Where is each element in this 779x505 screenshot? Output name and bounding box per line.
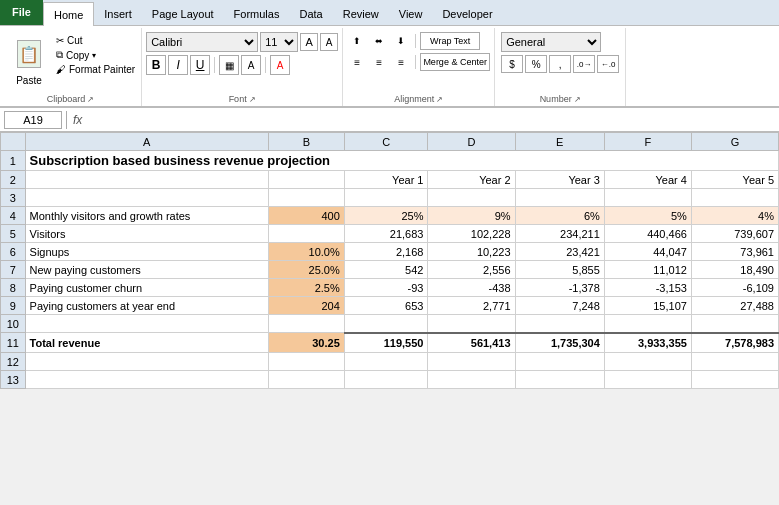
- name-box[interactable]: [4, 111, 62, 129]
- cell-A7[interactable]: New paying customers: [25, 261, 268, 279]
- cell-G11[interactable]: 7,578,983: [691, 333, 778, 353]
- cell-F2[interactable]: Year 4: [604, 171, 691, 189]
- cell-F4[interactable]: 5%: [604, 207, 691, 225]
- cell-C10[interactable]: [344, 315, 428, 333]
- underline-button[interactable]: U: [190, 55, 210, 75]
- cell-B5[interactable]: [268, 225, 344, 243]
- cell-G6[interactable]: 73,961: [691, 243, 778, 261]
- number-format-select[interactable]: General: [501, 32, 601, 52]
- cell-D9[interactable]: 2,771: [428, 297, 515, 315]
- row-header[interactable]: 8: [1, 279, 26, 297]
- cell-F7[interactable]: 11,012: [604, 261, 691, 279]
- cell-E5[interactable]: 234,211: [515, 225, 604, 243]
- cell-E2[interactable]: Year 3: [515, 171, 604, 189]
- cell-A11[interactable]: Total revenue: [25, 333, 268, 353]
- cell-A3[interactable]: [25, 189, 268, 207]
- tab-file[interactable]: File: [0, 0, 43, 25]
- row-header[interactable]: 9: [1, 297, 26, 315]
- currency-button[interactable]: $: [501, 55, 523, 73]
- tab-review[interactable]: Review: [333, 3, 389, 25]
- row-header[interactable]: 5: [1, 225, 26, 243]
- paste-button[interactable]: 📋 Paste: [4, 30, 54, 94]
- cut-button[interactable]: ✂ Cut: [54, 34, 137, 47]
- cell-E8[interactable]: -1,378: [515, 279, 604, 297]
- cell-A12[interactable]: [25, 353, 268, 371]
- cell-E9[interactable]: 7,248: [515, 297, 604, 315]
- row-header[interactable]: 12: [1, 353, 26, 371]
- align-bot-button[interactable]: ⬇: [391, 32, 411, 50]
- cell-F5[interactable]: 440,466: [604, 225, 691, 243]
- cell-D7[interactable]: 2,556: [428, 261, 515, 279]
- alignment-expand-icon[interactable]: ↗: [436, 95, 443, 104]
- col-header-A[interactable]: A: [25, 133, 268, 151]
- cell-C6[interactable]: 2,168: [344, 243, 428, 261]
- clipboard-expand-icon[interactable]: ↗: [87, 95, 94, 104]
- cell-E12[interactable]: [515, 353, 604, 371]
- cell-E3[interactable]: [515, 189, 604, 207]
- cell-B10[interactable]: [268, 315, 344, 333]
- cell-C4[interactable]: 25%: [344, 207, 428, 225]
- copy-button[interactable]: ⧉ Copy ▾: [54, 48, 137, 62]
- tab-formulas[interactable]: Formulas: [224, 3, 290, 25]
- col-header-E[interactable]: E: [515, 133, 604, 151]
- cell-F6[interactable]: 44,047: [604, 243, 691, 261]
- border-button[interactable]: ▦: [219, 55, 239, 75]
- cell-E13[interactable]: [515, 371, 604, 389]
- cell-G9[interactable]: 27,488: [691, 297, 778, 315]
- cell-G10[interactable]: [691, 315, 778, 333]
- cell-B11[interactable]: 30.25: [268, 333, 344, 353]
- tab-developer[interactable]: Developer: [432, 3, 502, 25]
- cell-B6[interactable]: 10.0%: [268, 243, 344, 261]
- cell-G4[interactable]: 4%: [691, 207, 778, 225]
- cell-B9[interactable]: 204: [268, 297, 344, 315]
- merge-center-button[interactable]: Merge & Center: [420, 53, 490, 71]
- row-header[interactable]: 6: [1, 243, 26, 261]
- comma-button[interactable]: ,: [549, 55, 571, 73]
- row-header[interactable]: 7: [1, 261, 26, 279]
- cell-D13[interactable]: [428, 371, 515, 389]
- cell-D2[interactable]: Year 2: [428, 171, 515, 189]
- cell-F10[interactable]: [604, 315, 691, 333]
- cell-F3[interactable]: [604, 189, 691, 207]
- col-header-D[interactable]: D: [428, 133, 515, 151]
- font-expand-icon[interactable]: ↗: [249, 95, 256, 104]
- cell-D3[interactable]: [428, 189, 515, 207]
- decrease-font-button[interactable]: A: [320, 33, 338, 51]
- percent-button[interactable]: %: [525, 55, 547, 73]
- row-header[interactable]: 1: [1, 151, 26, 171]
- italic-button[interactable]: I: [168, 55, 188, 75]
- cell-A8[interactable]: Paying customer churn: [25, 279, 268, 297]
- cell-C7[interactable]: 542: [344, 261, 428, 279]
- tab-page-layout[interactable]: Page Layout: [142, 3, 224, 25]
- fill-color-button[interactable]: A: [241, 55, 261, 75]
- align-mid-button[interactable]: ⬌: [369, 32, 389, 50]
- col-header-F[interactable]: F: [604, 133, 691, 151]
- tab-data[interactable]: Data: [289, 3, 332, 25]
- col-header-G[interactable]: G: [691, 133, 778, 151]
- formula-input[interactable]: [88, 111, 775, 129]
- wrap-text-button[interactable]: Wrap Text: [420, 32, 480, 50]
- tab-view[interactable]: View: [389, 3, 433, 25]
- cell-A13[interactable]: [25, 371, 268, 389]
- cell-C8[interactable]: -93: [344, 279, 428, 297]
- row-header[interactable]: 3: [1, 189, 26, 207]
- increase-decimal-button[interactable]: .0→: [573, 55, 595, 73]
- cell-D12[interactable]: [428, 353, 515, 371]
- right-align-button[interactable]: ≡: [391, 53, 411, 71]
- cell-G12[interactable]: [691, 353, 778, 371]
- cell-B8[interactable]: 2.5%: [268, 279, 344, 297]
- cell-G3[interactable]: [691, 189, 778, 207]
- cell-C3[interactable]: [344, 189, 428, 207]
- row-header[interactable]: 13: [1, 371, 26, 389]
- cell-D4[interactable]: 9%: [428, 207, 515, 225]
- bold-button[interactable]: B: [146, 55, 166, 75]
- cell-C9[interactable]: 653: [344, 297, 428, 315]
- cell-A4[interactable]: Monthly visitors and growth rates: [25, 207, 268, 225]
- cell-B7[interactable]: 25.0%: [268, 261, 344, 279]
- cell-A9[interactable]: Paying customers at year end: [25, 297, 268, 315]
- cell-B4[interactable]: 400: [268, 207, 344, 225]
- cell-A2[interactable]: [25, 171, 268, 189]
- cell-D11[interactable]: 561,413: [428, 333, 515, 353]
- cell-F9[interactable]: 15,107: [604, 297, 691, 315]
- cell-F13[interactable]: [604, 371, 691, 389]
